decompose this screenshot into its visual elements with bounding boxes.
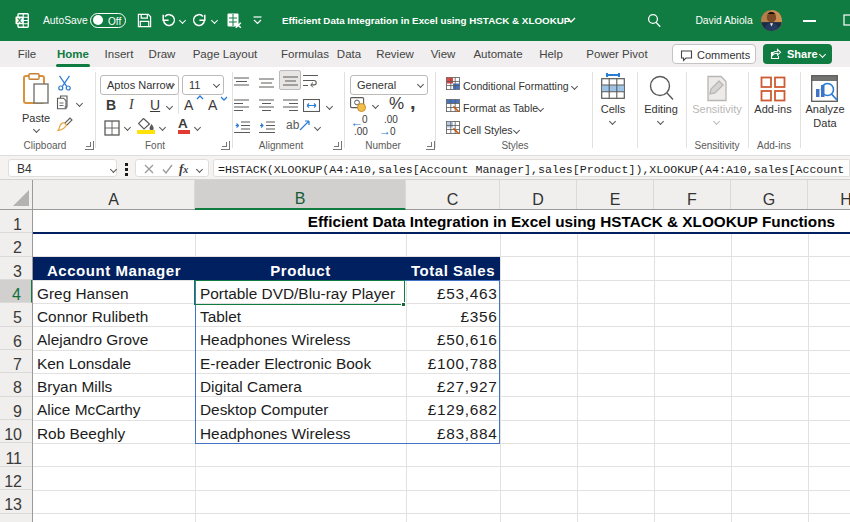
svg-text:X: X [17,16,22,25]
